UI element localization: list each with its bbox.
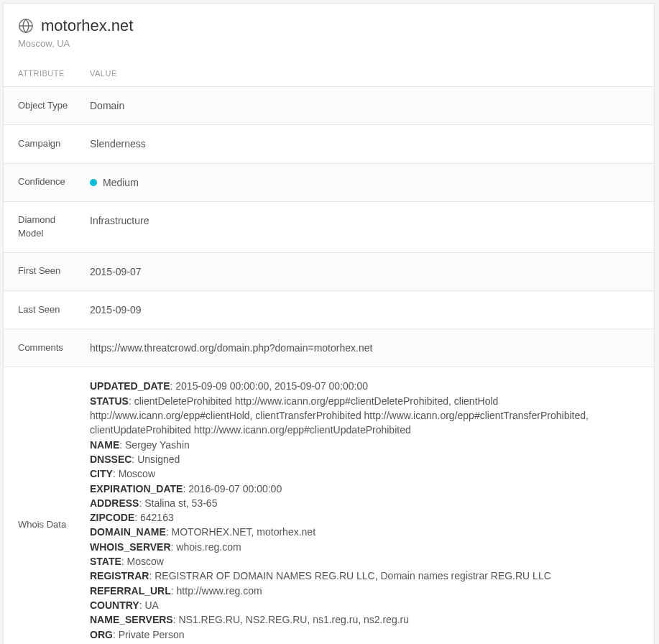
attr-label-diamond-model: Diamond Model — [4, 201, 75, 252]
page-title: motorhex.net — [41, 17, 133, 35]
whois-value: : UA — [139, 599, 159, 611]
whois-key: STATE — [90, 556, 121, 567]
whois-line: STATUS: clientDeleteProhibited http://ww… — [90, 394, 640, 438]
attr-value-confidence: Medium — [75, 163, 654, 201]
whois-key: UPDATED_DATE — [90, 380, 170, 392]
whois-key: ZIPCODE — [90, 512, 134, 523]
confidence-dot-icon — [90, 179, 97, 186]
attr-label-last-seen: Last Seen — [4, 290, 75, 328]
table-header-row: ATTRIBUTE VALUE — [4, 60, 654, 87]
whois-line: CITY: Moscow — [90, 466, 640, 481]
whois-line: DNSSEC: Unsigned — [90, 452, 640, 466]
whois-value: : whois.reg.com — [171, 541, 241, 553]
attr-label-comments: Comments — [4, 329, 75, 367]
whois-key: NAME_SERVERS — [90, 614, 173, 625]
attr-label-first-seen: First Seen — [4, 252, 75, 290]
globe-icon — [18, 18, 34, 34]
whois-line: REGISTRAR: REGISTRAR OF DOMAIN NAMES REG… — [90, 569, 640, 583]
whois-key: REFERRAL_URL — [90, 585, 171, 597]
whois-line: UPDATED_DATE: 2015-09-09 00:00:00, 2015-… — [90, 379, 640, 393]
whois-line: REFERRAL_URL: http://www.reg.com — [90, 584, 640, 598]
whois-key: DNSSEC — [90, 454, 132, 465]
table-row: Campaign Slenderness — [4, 125, 654, 163]
attr-value-diamond-model: Infrastructure — [75, 201, 654, 252]
whois-value: : 2015-09-09 00:00:00, 2015-09-07 00:00:… — [170, 380, 369, 392]
table-row: Confidence Medium — [4, 163, 654, 201]
column-attribute: ATTRIBUTE — [4, 60, 75, 87]
whois-value: : Unsigned — [132, 454, 180, 465]
whois-key: ADDRESS — [90, 497, 139, 509]
table-row: First Seen 2015-09-07 — [4, 252, 654, 290]
whois-value: : http://www.reg.com — [171, 585, 262, 597]
confidence-text: Medium — [103, 177, 139, 188]
whois-key: EXPIRATION_DATE — [90, 483, 183, 494]
card-header: motorhex.net Moscow, UA — [4, 4, 654, 60]
table-row: Comments https://www.threatcrowd.org/dom… — [4, 329, 654, 367]
whois-value: : Moscow — [121, 556, 164, 567]
attr-value-campaign: Slenderness — [75, 125, 654, 163]
whois-key: CITY — [90, 468, 113, 479]
column-value: VALUE — [75, 60, 654, 87]
attributes-table: ATTRIBUTE VALUE Object Type Domain Campa… — [4, 60, 654, 644]
whois-key: NAME — [90, 439, 119, 451]
attr-value-whois: UPDATED_DATE: 2015-09-09 00:00:00, 2015-… — [75, 367, 654, 644]
whois-line: DOMAIN_NAME: MOTORHEX.NET, motorhex.net — [90, 525, 640, 539]
whois-line: ORG: Private Person — [90, 627, 640, 642]
whois-line: NAME_SERVERS: NS1.REG.RU, NS2.REG.RU, ns… — [90, 612, 640, 627]
whois-key: DOMAIN_NAME — [90, 526, 166, 538]
whois-key: REGISTRAR — [90, 570, 149, 581]
attr-label-object-type: Object Type — [4, 87, 75, 125]
attr-value-last-seen: 2015-09-09 — [75, 290, 654, 328]
table-row: Whois Data UPDATED_DATE: 2015-09-09 00:0… — [4, 367, 654, 644]
whois-value: : MOTORHEX.NET, motorhex.net — [166, 526, 315, 538]
whois-value: : Private Person — [113, 629, 185, 640]
attr-label-confidence: Confidence — [4, 163, 75, 201]
whois-value: : Moscow — [113, 468, 155, 479]
whois-key: WHOIS_SERVER — [90, 541, 171, 553]
whois-key: COUNTRY — [90, 599, 139, 611]
whois-line: NAME: Sergey Yashin — [90, 438, 640, 452]
whois-value: : 2016-09-07 00:00:00 — [183, 483, 282, 494]
whois-value: : 642163 — [134, 512, 174, 523]
table-row: Diamond Model Infrastructure — [4, 201, 654, 252]
whois-line: STATE: Moscow — [90, 554, 640, 569]
whois-key: STATUS — [90, 395, 129, 407]
attr-value-comments: https://www.threatcrowd.org/domain.php?d… — [75, 329, 654, 367]
page-subtitle: Moscow, UA — [18, 38, 640, 49]
whois-line: ZIPCODE: 642163 — [90, 510, 640, 525]
attr-value-first-seen: 2015-09-07 — [75, 252, 654, 290]
whois-line: ADDRESS: Stalina st, 53-65 — [90, 496, 640, 510]
whois-value: : clientDeleteProhibited http://www.ican… — [90, 395, 589, 436]
attr-label-campaign: Campaign — [4, 125, 75, 163]
table-row: Last Seen 2015-09-09 — [4, 290, 654, 328]
whois-key: ORG — [90, 629, 113, 640]
table-row: Object Type Domain — [4, 87, 654, 125]
title-row: motorhex.net — [18, 17, 640, 35]
whois-line: WHOIS_SERVER: whois.reg.com — [90, 540, 640, 554]
whois-line: EXPIRATION_DATE: 2016-09-07 00:00:00 — [90, 482, 640, 496]
whois-value: : Stalina st, 53-65 — [139, 497, 217, 509]
whois-value: : NS1.REG.RU, NS2.REG.RU, ns1.reg.ru, ns… — [173, 614, 409, 625]
whois-line: COUNTRY: UA — [90, 598, 640, 612]
attr-label-whois: Whois Data — [4, 367, 75, 644]
attr-value-object-type: Domain — [75, 87, 654, 125]
detail-card: motorhex.net Moscow, UA ATTRIBUTE VALUE … — [3, 3, 655, 644]
whois-value: : Sergey Yashin — [119, 439, 190, 451]
whois-value: : REGISTRAR OF DOMAIN NAMES REG.RU LLC, … — [149, 570, 550, 581]
